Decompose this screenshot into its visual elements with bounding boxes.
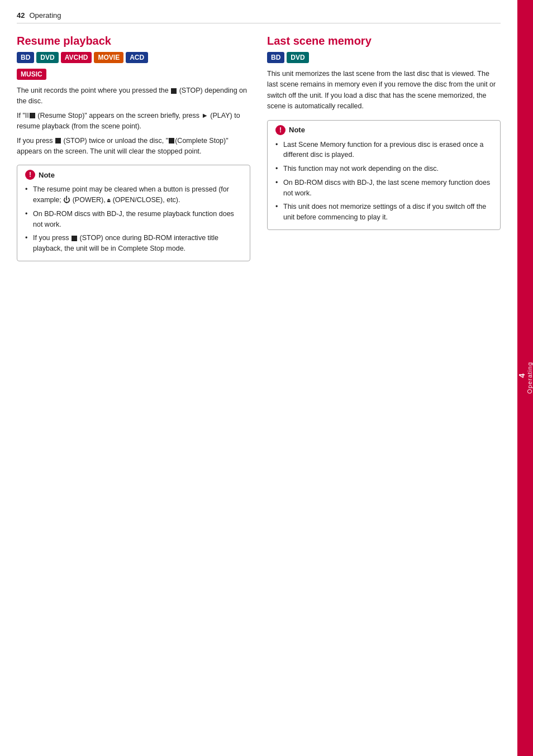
badge-music: MUSIC — [17, 69, 46, 80]
stop-symbol-5 — [72, 236, 77, 241]
stop-symbol-3 — [55, 138, 61, 143]
page-number: 42 — [17, 11, 25, 20]
side-tab-label: Operating — [526, 362, 533, 394]
stop-symbol-2 — [30, 113, 35, 118]
badge-avchd: AVCHD — [61, 52, 92, 63]
last-scene-memory-section: Last scene memory BD DVD This unit memor… — [267, 35, 501, 261]
badge-dvd: DVD — [36, 52, 58, 63]
last-scene-note-box: ! Note Last Scene Memory function for a … — [267, 120, 501, 230]
stop-symbol-4 — [169, 138, 174, 143]
last-scene-note-item-2: This function may not work depending on … — [275, 164, 492, 174]
resume-note-item-3: If you press (STOP) once during BD-ROM i… — [25, 233, 242, 254]
side-tab-number: 4 — [517, 374, 526, 378]
resume-note-title: Note — [39, 171, 55, 179]
resume-playback-title: Resume playback — [17, 35, 250, 47]
resume-badge-row-2: MUSIC — [17, 69, 250, 80]
side-tab: 4 Operating — [517, 0, 533, 756]
resume-note-box: ! Note The resume point may be cleared w… — [17, 165, 250, 261]
resume-note-list: The resume point may be cleared when a b… — [25, 184, 242, 254]
page-container: 42 Operating Resume playback BD DVD AVCH… — [0, 0, 533, 756]
main-content: 42 Operating Resume playback BD DVD AVCH… — [0, 0, 517, 756]
page-title-header: Operating — [29, 11, 61, 20]
resume-para-1: The unit records the point where you pre… — [17, 85, 250, 107]
last-scene-note-item-1: Last Scene Memory function for a previou… — [275, 140, 492, 161]
badge-bd: BD — [17, 52, 34, 63]
last-scene-note-header: ! Note — [275, 125, 492, 135]
resume-note-item-1: The resume point may be cleared when a b… — [25, 184, 242, 205]
last-scene-note-list: Last Scene Memory function for a previou… — [275, 140, 492, 223]
resume-playback-section: Resume playback BD DVD AVCHD MOVIE ACD M… — [17, 35, 250, 261]
resume-para-2: If "II (Resume Stop)" appears on the scr… — [17, 111, 250, 132]
stop-symbol-1 — [171, 88, 177, 94]
resume-badge-row: BD DVD AVCHD MOVIE ACD — [17, 52, 250, 63]
last-scene-note-item-4: This unit does not memorize settings of … — [275, 202, 492, 223]
resume-note-header: ! Note — [25, 170, 242, 180]
page-header: 42 Operating — [17, 11, 501, 23]
last-scene-note-title: Note — [289, 126, 305, 134]
badge-acd: ACD — [126, 52, 148, 63]
last-scene-note-icon: ! — [275, 125, 285, 135]
resume-note-item-2: On BD-ROM discs with BD-J, the resume pl… — [25, 209, 242, 230]
last-scene-title: Last scene memory — [267, 35, 501, 47]
last-scene-badge-bd: BD — [267, 52, 284, 63]
two-column-layout: Resume playback BD DVD AVCHD MOVIE ACD M… — [17, 35, 501, 261]
last-scene-note-item-3: On BD-ROM discs with BD-J, the last scen… — [275, 178, 492, 199]
resume-para-3: If you press (STOP) twice or unload the … — [17, 136, 250, 157]
badge-movie: MOVIE — [94, 52, 123, 63]
last-scene-badge-dvd: DVD — [287, 52, 308, 63]
last-scene-body: This unit memorizes the last scene from … — [267, 69, 501, 112]
last-scene-badge-row: BD DVD — [267, 52, 501, 63]
resume-note-icon: ! — [25, 170, 35, 180]
